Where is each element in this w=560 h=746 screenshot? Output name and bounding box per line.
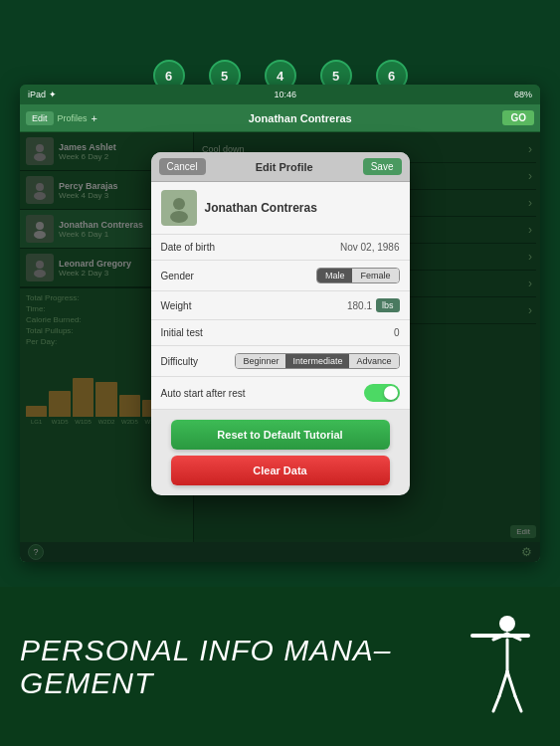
ipad-screen: iPad ✦ 10:46 68% Edit Profiles + Jonatha… [20,85,540,562]
bottom-text: PERSONAL INFO MANA– GEMENT [20,634,461,699]
app-content: James Ashlet Week 6 Day 2 Percy Barajas … [20,132,540,562]
app-title-line2: GEMENT [20,666,461,699]
figure-icon [461,612,540,721]
weight-input-row: 180.1 lbs [347,298,400,312]
edit-button[interactable]: Edit [26,111,54,125]
edit-profile-modal: Cancel Edit Profile Save Jonathan Contre [151,152,410,495]
screenshot-container: 6 5 4 5 6 iPad ✦ 10:46 68% Edit Profiles… [20,30,540,547]
lbs-button[interactable]: lbs [376,298,400,312]
gender-male-btn[interactable]: Male [317,269,353,282]
difficulty-beginner-btn[interactable]: Beginner [236,354,285,368]
dob-value: Nov 02, 1986 [340,242,400,253]
difficulty-field: Difficulty Beginner Intermediate Advance [151,346,410,377]
svg-line-16 [507,671,515,696]
difficulty-segmented: Beginner Intermediate Advance [235,353,399,369]
initial-test-label: Initial test [161,327,203,338]
weight-value: 180.1 [347,300,372,311]
save-button[interactable]: Save [363,158,402,175]
gender-field: Gender Male Female [151,261,410,291]
difficulty-intermediate-btn[interactable]: Intermediate [285,354,349,368]
initial-test-field: Initial test 0 [151,320,410,346]
header-left: Edit Profiles + [26,111,97,125]
clear-data-button[interactable]: Clear Data [171,456,390,485]
profiles-label: Profiles [58,113,88,123]
gender-female-btn[interactable]: Female [352,269,398,282]
dob-field: Date of birth Nov 02, 1986 [151,235,410,261]
statusbar-left: iPad ✦ [28,90,57,99]
svg-line-15 [499,671,507,696]
svg-point-10 [499,616,515,632]
difficulty-advance-btn[interactable]: Advance [349,354,398,368]
reset-tutorial-button[interactable]: Reset to Default Tutorial [171,420,390,450]
svg-point-8 [173,198,185,210]
ios-statusbar: iPad ✦ 10:46 68% [20,85,540,104]
svg-point-9 [170,211,188,223]
cancel-button[interactable]: Cancel [159,158,206,175]
modal-profile-row: Jonathan Contreras [151,182,410,235]
auto-start-field: Auto start after rest [151,377,410,410]
difficulty-label: Difficulty [161,356,199,367]
dob-label: Date of birth [161,242,215,253]
modal-avatar [161,190,197,226]
gender-segmented: Male Female [316,268,400,283]
bottom-section: PERSONAL INFO MANA– GEMENT [0,587,560,746]
statusbar-center: 10:46 [274,90,296,99]
initial-test-value: 0 [394,327,400,338]
gender-label: Gender [161,271,194,281]
auto-start-toggle[interactable] [364,384,400,402]
weight-field: Weight 180.1 lbs [151,291,410,320]
app-header: Edit Profiles + Jonathan Contreras GO [20,104,540,132]
modal-header: Cancel Edit Profile Save [151,152,410,182]
modal-username: Jonathan Contreras [205,201,317,215]
svg-line-17 [493,696,499,711]
modal-title: Edit Profile [256,161,313,173]
auto-start-label: Auto start after rest [161,388,246,399]
statusbar-right: 68% [514,90,532,99]
weight-label: Weight [161,300,192,311]
svg-line-18 [515,696,521,711]
header-title: Jonathan Contreras [97,112,502,124]
app-title-line1: PERSONAL INFO MANA– [20,634,461,666]
go-button[interactable]: GO [502,110,534,125]
modal-overlay: Cancel Edit Profile Save Jonathan Contre [20,132,540,562]
